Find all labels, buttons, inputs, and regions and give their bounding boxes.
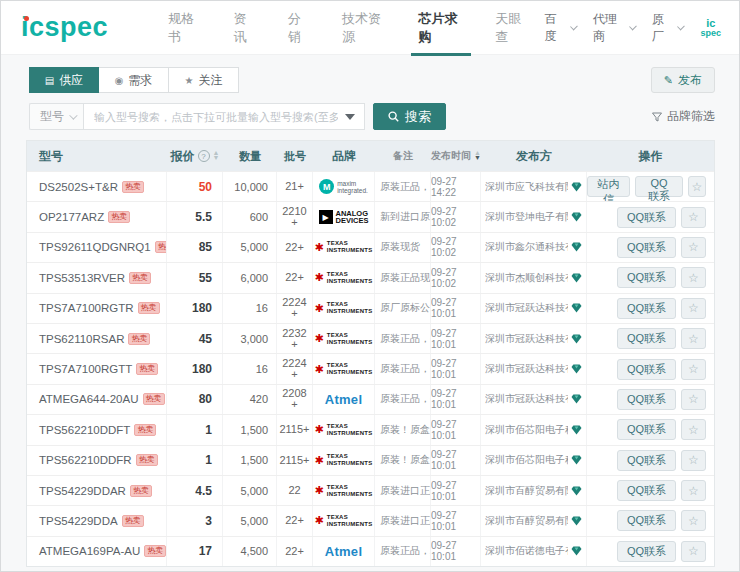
quantity-value: 4,500 <box>223 537 277 566</box>
part-number-link[interactable]: TPS562210DDFT <box>39 424 130 436</box>
publisher-link[interactable]: 深圳市佰诺德电子有.. <box>485 544 568 558</box>
publisher-link[interactable]: 深圳市佰芯阳电子科.. <box>485 453 568 467</box>
icspec-mini-logo[interactable]: ic spec <box>701 18 722 38</box>
quantity-value: 5,000 <box>223 476 277 505</box>
favorite-star-button[interactable]: ☆ <box>681 450 706 471</box>
favorite-star-button[interactable]: ☆ <box>681 328 706 349</box>
qq-contact-button[interactable]: QQ联系 <box>617 237 676 258</box>
publish-time: 09-27 10:01 <box>431 506 481 535</box>
nav-item-tianyancha[interactable]: 天眼查 <box>479 1 544 54</box>
qq-contact-button[interactable]: QQ联系 <box>617 450 676 471</box>
favorite-star-button[interactable]: ☆ <box>681 541 706 562</box>
qq-contact-button[interactable]: QQ联系 <box>617 480 676 501</box>
part-number-link[interactable]: TPS54229DDA <box>39 515 118 527</box>
help-circle-icon[interactable]: ? <box>198 150 210 162</box>
part-number-link[interactable]: TPS92611QDGNRQ1 <box>39 241 151 253</box>
tab-supply[interactable]: ▤ 供应 <box>29 67 99 93</box>
quantity-value: 5,000 <box>223 233 277 262</box>
publisher-link[interactable]: 深圳市冠跃达科技有.. <box>485 332 568 346</box>
favorite-star-button[interactable]: ☆ <box>681 207 706 228</box>
brand-cell: ✱TEXASINSTRUMENTS <box>313 233 375 262</box>
favorite-star-button[interactable]: ☆ <box>681 237 706 258</box>
tab-demand[interactable]: ◉ 需求 <box>99 67 169 93</box>
qq-contact-button[interactable]: QQ联系 <box>617 510 676 531</box>
part-number-link[interactable]: DS2502S+T&R <box>39 181 118 193</box>
qq-contact-button[interactable]: QQ联系 <box>617 419 676 440</box>
publisher-link[interactable]: 深圳市百醇贸易有限.. <box>485 484 568 498</box>
col-note-label: 备注 <box>393 149 413 163</box>
favorite-star-button[interactable]: ☆ <box>681 510 706 531</box>
qq-contact-button[interactable]: QQ联系 <box>617 541 676 562</box>
qq-contact-button[interactable]: QQ联系 <box>617 207 676 228</box>
price-sort-icon[interactable]: ▲▼ <box>213 151 220 161</box>
favorite-star-button[interactable]: ☆ <box>681 480 706 501</box>
publisher-link[interactable]: 深圳市鑫尔通科技有.. <box>485 240 568 254</box>
site-message-button[interactable]: 站内信 <box>587 176 630 197</box>
col-publisher-label: 发布方 <box>516 148 552 165</box>
part-number-link[interactable]: ATMEGA169PA-AU <box>39 545 140 557</box>
publisher-link[interactable]: 深圳市佰芯阳电子科.. <box>485 423 568 437</box>
site-logo[interactable]: icspec <box>21 14 108 41</box>
hot-badge: 热卖 <box>136 363 158 375</box>
part-number-link[interactable]: TPS7A7100RGTR <box>39 302 134 314</box>
mini-logo-line1: ic <box>701 18 722 29</box>
favorite-star-button[interactable]: ☆ <box>688 176 706 197</box>
nav-item-news[interactable]: 资讯 <box>217 1 271 54</box>
maxim-logo-icon: Mmaximintegrated. <box>319 179 368 194</box>
nav-item-chip-sourcing[interactable]: 芯片求购 <box>403 1 480 54</box>
price-value: 3 <box>205 514 212 528</box>
part-number-link[interactable]: TPS7A7100RGTT <box>39 363 132 375</box>
favorite-star-button[interactable]: ☆ <box>681 419 706 440</box>
qq-contact-button[interactable]: QQ联系 <box>617 359 676 380</box>
part-number-link[interactable]: ATMEGA644-20AU <box>39 393 139 405</box>
time-sort-icon[interactable]: ▲▼ <box>474 151 481 161</box>
qq-contact-button[interactable]: QQ联系 <box>617 298 676 319</box>
table-row: TPS562210DDFT 热卖 1 1,500 2115+ ✱TEXASINS… <box>27 414 714 444</box>
favorite-star-button[interactable]: ☆ <box>681 298 706 319</box>
note-text: 原装！原盒原.. <box>375 415 431 444</box>
lot-code: 2115+ <box>277 415 313 444</box>
favorite-star-button[interactable]: ☆ <box>681 267 706 288</box>
clipboard-icon: ▤ <box>45 75 54 86</box>
publisher-link[interactable]: 深圳市冠跃达科技有.. <box>485 301 568 315</box>
qq-contact-button[interactable]: QQ联系 <box>617 389 676 410</box>
verified-gem-icon <box>571 303 582 313</box>
lot-code: 22+ <box>277 537 313 566</box>
nav-item-distribution[interactable]: 分销 <box>272 1 326 54</box>
hot-badge: 热卖 <box>138 302 160 314</box>
qq-contact-button[interactable]: QQ联系 <box>617 267 676 288</box>
publisher-link[interactable]: 深圳市冠跃达科技有.. <box>485 392 568 406</box>
search-type-select[interactable]: 型号 <box>29 103 83 130</box>
part-number-link[interactable]: TPS562210DDFR <box>39 454 132 466</box>
verified-gem-icon <box>571 486 582 496</box>
col-time[interactable]: 发布时间 ▲▼ <box>431 141 481 171</box>
publisher-link[interactable]: 深圳市应飞科技有限.. <box>485 180 568 194</box>
nav-item-datasheet[interactable]: 规格书 <box>152 1 217 54</box>
hot-badge: 热卖 <box>122 515 144 527</box>
publish-button[interactable]: ✎ 发布 <box>651 67 715 93</box>
publisher-link[interactable]: 深圳市百醇贸易有限.. <box>485 514 568 528</box>
tab-follow[interactable]: ★ 关注 <box>169 67 239 93</box>
part-number-link[interactable]: TPS53513RVER <box>39 272 125 284</box>
part-number-link[interactable]: OP2177ARZ <box>39 211 104 223</box>
favorite-star-button[interactable]: ☆ <box>681 359 706 380</box>
search-input-wrap <box>83 103 365 130</box>
part-search-input[interactable] <box>83 103 365 130</box>
agent-dropdown-label: 代理商 <box>593 11 624 45</box>
col-price[interactable]: 报价 ? ▲▼ <box>167 141 223 171</box>
publisher-link[interactable]: 深圳市杰顺创科技有.. <box>485 271 568 285</box>
manufacturer-dropdown[interactable]: 原厂 <box>652 11 683 45</box>
baidu-dropdown[interactable]: 百度 <box>545 11 576 45</box>
brand-filter-button[interactable]: 品牌筛选 <box>652 108 715 125</box>
agent-dropdown[interactable]: 代理商 <box>593 11 634 45</box>
part-number-link[interactable]: TPS62110RSAR <box>39 333 124 345</box>
nav-item-tech-resources[interactable]: 技术资源 <box>326 1 403 54</box>
publisher-link[interactable]: 深圳市冠跃达科技有.. <box>485 362 568 376</box>
qq-contact-button[interactable]: QQ联系 <box>617 328 676 349</box>
publisher-link[interactable]: 深圳市登坤电子有限.. <box>485 210 568 224</box>
dropdown-arrow-icon[interactable] <box>345 114 355 120</box>
favorite-star-button[interactable]: ☆ <box>681 389 706 410</box>
qq-contact-button[interactable]: QQ联系 <box>635 176 683 197</box>
search-button[interactable]: 搜索 <box>373 103 446 130</box>
part-number-link[interactable]: TPS54229DDAR <box>39 485 126 497</box>
